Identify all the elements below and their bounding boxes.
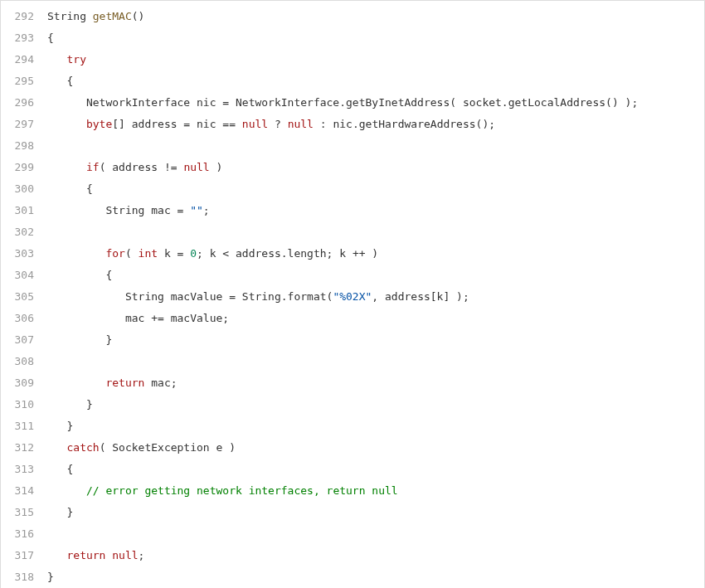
code-line: }	[47, 394, 704, 415]
line-number: 306	[1, 308, 34, 329]
code-line: try	[47, 49, 704, 70]
token: String mac =	[47, 204, 190, 216]
token	[47, 247, 105, 260]
line-number: 317	[1, 545, 34, 566]
token: mac;	[144, 377, 177, 389]
token	[47, 549, 66, 561]
line-number: 299	[1, 157, 34, 178]
line-number: 309	[1, 372, 34, 394]
token: {	[47, 463, 73, 475]
code-line: {	[47, 459, 704, 480]
code-line: {	[47, 178, 704, 200]
token: try	[66, 53, 85, 66]
line-number: 312	[1, 437, 34, 459]
code-line	[47, 351, 704, 372]
token: [] address = nic ==	[112, 118, 242, 130]
code-line: String getMAC()	[47, 6, 704, 27]
token: null	[183, 161, 209, 173]
line-number: 296	[1, 92, 34, 114]
line-number: 318	[1, 566, 34, 588]
code-line: String mac = "";	[47, 200, 704, 221]
code-line: {	[47, 265, 704, 286]
code-line: mac += macValue;	[47, 308, 704, 329]
token: for	[105, 247, 124, 260]
token: null	[288, 118, 314, 130]
token: ()	[132, 10, 145, 22]
token: if	[86, 161, 100, 173]
token: (	[125, 247, 139, 260]
line-number: 305	[1, 286, 34, 308]
code-content: String getMAC(){ try { NetworkInterface …	[41, 1, 704, 588]
code-line: String macValue = String.format("%02X", …	[47, 286, 704, 308]
line-number: 292	[1, 6, 34, 27]
token: }	[47, 420, 73, 432]
token	[47, 53, 66, 66]
token: ;	[139, 549, 145, 561]
line-number: 298	[1, 135, 34, 157]
line-number: 307	[1, 329, 34, 351]
code-line: {	[47, 70, 704, 92]
line-number: 297	[1, 114, 34, 135]
line-number: 315	[1, 502, 34, 523]
token: "%02X"	[333, 290, 372, 303]
token: }	[47, 398, 93, 411]
line-number: 316	[1, 523, 34, 545]
line-number: 303	[1, 243, 34, 265]
token: {	[47, 269, 112, 281]
code-line: return null;	[47, 545, 704, 566]
line-number-gutter: 2922932942952962972982993003013023033043…	[1, 1, 41, 588]
token: )	[210, 161, 223, 173]
token	[47, 441, 66, 454]
line-number: 294	[1, 49, 34, 70]
token: {	[47, 32, 54, 44]
token: // error getting network interfaces, ret…	[86, 484, 398, 497]
line-number: 308	[1, 351, 34, 372]
line-number: 302	[1, 221, 34, 243]
token: ( SocketException e )	[100, 441, 236, 454]
token: mac += macValue;	[47, 312, 229, 324]
line-number: 304	[1, 265, 34, 286]
line-number: 300	[1, 178, 34, 200]
token: , address[k] );	[372, 290, 469, 303]
token	[47, 118, 86, 130]
token: int	[139, 247, 158, 260]
token: NetworkInterface nic = NetworkInterface.…	[47, 96, 638, 109]
token: {	[47, 182, 93, 195]
token: ( address !=	[100, 161, 184, 173]
token: null	[112, 549, 138, 561]
token	[47, 484, 86, 497]
code-line: return mac;	[47, 372, 704, 394]
code-line: }	[47, 566, 704, 588]
line-number: 314	[1, 480, 34, 502]
token: byte	[86, 118, 112, 130]
line-number: 301	[1, 200, 34, 221]
token: ?	[268, 118, 287, 130]
line-number: 313	[1, 459, 34, 480]
token	[47, 377, 105, 389]
token: return	[66, 549, 105, 561]
token: catch	[66, 441, 99, 454]
token	[47, 161, 86, 173]
token: ""	[190, 204, 203, 216]
line-number: 295	[1, 70, 34, 92]
token: null	[242, 118, 268, 130]
code-line: if( address != null )	[47, 157, 704, 178]
token: getMAC	[93, 10, 132, 22]
code-line: // error getting network interfaces, ret…	[47, 480, 704, 502]
code-block: 2922932942952962972982993003013023033043…	[0, 0, 705, 588]
code-line: {	[47, 27, 704, 49]
token: }	[47, 571, 54, 583]
code-line: }	[47, 502, 704, 523]
token: ; k < address.length; k ++ )	[197, 247, 378, 260]
token: String	[47, 10, 93, 22]
line-number: 293	[1, 27, 34, 49]
token: : nic.getHardwareAddress();	[314, 118, 495, 130]
token: return	[105, 377, 144, 389]
line-number: 310	[1, 394, 34, 415]
token: ;	[203, 204, 210, 216]
token: String macValue = String.format(	[47, 290, 333, 303]
token: }	[47, 506, 73, 518]
code-line	[47, 523, 704, 545]
code-line	[47, 135, 704, 157]
token: k =	[158, 247, 190, 260]
